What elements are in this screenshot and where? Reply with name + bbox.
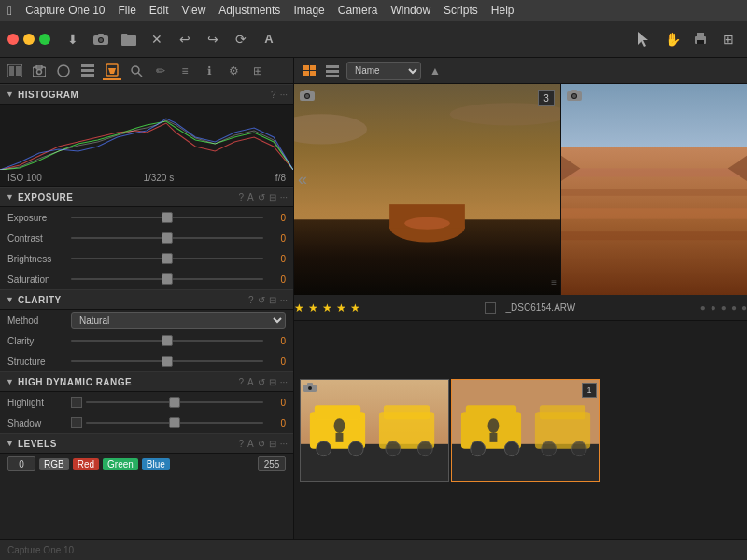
levels-rgb-badge[interactable]: RGB xyxy=(39,458,69,470)
clarity-section-header[interactable]: ▼ CLARITY ? ↺ ⊟ ··· xyxy=(0,289,293,310)
dot-2: ● xyxy=(711,302,716,313)
method-select[interactable]: Natural Punch Neutral Classic xyxy=(71,312,286,329)
tool-gear[interactable]: ⚙ xyxy=(224,62,243,80)
undo-button[interactable]: ↩ xyxy=(174,28,196,50)
hdr-copy[interactable]: ⊟ xyxy=(269,377,276,387)
exposure-auto[interactable]: A xyxy=(247,192,254,203)
tool-info[interactable]: ℹ xyxy=(200,62,218,80)
menu-image[interactable]: Image xyxy=(293,4,324,17)
star-2[interactable]: ★ xyxy=(308,301,318,315)
folder-button[interactable] xyxy=(118,28,140,50)
levels-auto[interactable]: A xyxy=(247,439,254,449)
svg-rect-58 xyxy=(384,405,430,419)
print-button[interactable] xyxy=(689,28,712,50)
menu-view[interactable]: View xyxy=(182,4,206,17)
contrast-label: Contrast xyxy=(7,233,71,244)
clarity-label: Clarity xyxy=(7,336,71,346)
hdr-section-header[interactable]: ▼ HIGH DYNAMIC RANGE ? A ↺ ⊟ ··· xyxy=(0,371,293,392)
clarity-more[interactable]: ··· xyxy=(280,295,288,305)
levels-copy[interactable]: ⊟ xyxy=(269,439,276,449)
clarity-actions: ? ↺ ⊟ ··· xyxy=(248,295,288,305)
menu-adjustments[interactable]: Adjustments xyxy=(218,4,280,17)
hdr-help[interactable]: ? xyxy=(238,377,244,387)
hdr-more[interactable]: ··· xyxy=(280,377,288,387)
clarity-reset[interactable]: ↺ xyxy=(258,295,265,305)
clarity-help[interactable]: ? xyxy=(248,295,254,305)
tool-search[interactable] xyxy=(127,62,146,80)
levels-max-input[interactable] xyxy=(258,456,286,471)
levels-min-input[interactable] xyxy=(7,456,35,471)
histogram-help[interactable]: ? xyxy=(271,90,276,100)
exposure-more[interactable]: ··· xyxy=(280,192,288,203)
levels-help[interactable]: ? xyxy=(238,439,244,449)
delete-button[interactable]: ✕ xyxy=(146,28,168,50)
clarity-copy[interactable]: ⊟ xyxy=(269,295,276,305)
camera-button[interactable] xyxy=(90,28,112,50)
import-button[interactable]: ⬇ xyxy=(62,28,84,50)
contrast-slider-row: Contrast 0 xyxy=(0,228,293,248)
tool-adjustments[interactable] xyxy=(103,62,121,80)
clarity-slider[interactable] xyxy=(71,333,263,348)
filmstrip-thumb-1[interactable] xyxy=(300,379,449,482)
levels-green-badge[interactable]: Green xyxy=(103,458,138,470)
exposure-slider[interactable] xyxy=(71,210,263,225)
levels-reset[interactable]: ↺ xyxy=(258,439,265,449)
layout-button[interactable]: ⊞ xyxy=(717,28,740,50)
highlight-slider[interactable] xyxy=(86,395,263,410)
tool-settings[interactable] xyxy=(78,62,97,80)
levels-red-badge[interactable]: Red xyxy=(73,458,99,470)
hdr-reset[interactable]: ↺ xyxy=(258,377,265,387)
window-maximize[interactable] xyxy=(39,34,50,45)
exposure-section-header[interactable]: ▼ EXPOSURE ? A ↺ ⊟ ··· xyxy=(0,187,293,207)
shadow-slider[interactable] xyxy=(86,415,263,430)
sort-dropdown[interactable]: Name Date Rating Size xyxy=(346,62,421,80)
contrast-slider[interactable] xyxy=(71,231,263,245)
menu-help[interactable]: Help xyxy=(491,4,514,17)
list-view-button[interactable] xyxy=(324,63,341,79)
window-minimize[interactable] xyxy=(23,34,35,45)
tool-circle[interactable] xyxy=(54,62,73,80)
sort-direction-button[interactable]: ▲ xyxy=(427,63,444,79)
filmstrip-thumb-2[interactable]: 1 xyxy=(451,379,600,482)
shadow-checkbox[interactable] xyxy=(71,417,82,428)
menu-capture-one[interactable]: Capture One 10 xyxy=(25,4,105,17)
tool-capture[interactable] xyxy=(30,62,49,80)
redo-back-button[interactable]: ↪ xyxy=(202,28,224,50)
tool-pen[interactable]: ✏ xyxy=(151,62,170,80)
tool-grid[interactable]: ⊞ xyxy=(248,62,267,80)
pan-tool[interactable]: ✋ xyxy=(661,28,684,50)
histogram-more[interactable]: ··· xyxy=(280,90,288,100)
histogram-section-header[interactable]: ▼ HISTOGRAM ? ··· xyxy=(0,84,293,105)
highlight-checkbox[interactable] xyxy=(71,397,82,408)
levels-more[interactable]: ··· xyxy=(280,439,288,449)
grid-view-button[interactable] xyxy=(302,63,318,79)
star-4[interactable]: ★ xyxy=(336,301,346,315)
exposure-reset[interactable]: ↺ xyxy=(258,192,265,203)
cursor-tool[interactable] xyxy=(633,28,655,50)
brightness-slider[interactable] xyxy=(71,251,263,266)
star-3[interactable]: ★ xyxy=(322,301,332,315)
window-close[interactable] xyxy=(7,34,19,45)
tool-list[interactable]: ≡ xyxy=(176,62,194,80)
exposure-copy[interactable]: ⊟ xyxy=(269,192,276,203)
levels-section-header[interactable]: ▼ LEVELS ? A ↺ ⊟ ··· xyxy=(0,433,293,454)
redo-button[interactable]: ⟳ xyxy=(230,28,252,50)
exposure-help[interactable]: ? xyxy=(238,192,244,203)
hdr-auto[interactable]: A xyxy=(247,377,254,387)
apple-menu[interactable]:  xyxy=(7,3,12,18)
histogram-chevron: ▼ xyxy=(6,90,14,99)
color-label-1[interactable] xyxy=(485,302,496,314)
star-5[interactable]: ★ xyxy=(350,301,360,315)
menu-scripts[interactable]: Scripts xyxy=(444,4,478,17)
tool-library[interactable] xyxy=(6,62,24,80)
viewer-prev-button[interactable]: « xyxy=(298,170,307,189)
structure-slider[interactable] xyxy=(71,354,263,369)
menu-camera[interactable]: Camera xyxy=(338,4,378,17)
saturation-slider[interactable] xyxy=(71,272,263,287)
levels-blue-badge[interactable]: Blue xyxy=(142,458,170,470)
menu-window[interactable]: Window xyxy=(390,4,430,17)
star-1[interactable]: ★ xyxy=(294,301,304,315)
text-button[interactable]: A xyxy=(258,28,280,50)
menu-edit[interactable]: Edit xyxy=(149,4,169,17)
menu-file[interactable]: File xyxy=(119,4,136,17)
